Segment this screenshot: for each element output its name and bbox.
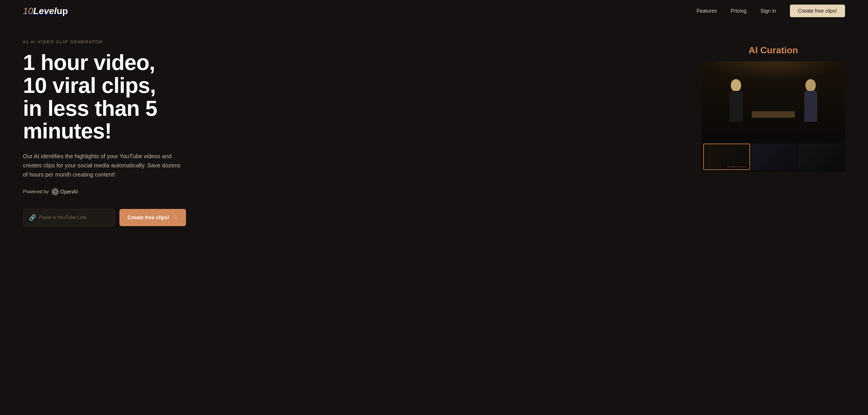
logo-level: Level (33, 6, 57, 16)
hero-description: Our AI identifies the highlights of your… (23, 151, 184, 179)
figure-left-head (731, 79, 741, 92)
hero-headline-line3: in less than 5 minutes! (23, 96, 157, 143)
video-preview: RELEVANT HIGHLIGHTS (702, 61, 845, 172)
cta-button-label: Create free clips! (127, 215, 169, 221)
arrow-right-icon: → (172, 214, 178, 221)
thumbnail-strip: RELEVANT HIGHLIGHTS (702, 142, 845, 172)
logo-number: 10 (23, 6, 33, 16)
powered-by-label: Powered by (23, 189, 49, 195)
thumbnail-3[interactable] (798, 144, 843, 170)
create-clips-button[interactable]: Create free clips! → (119, 209, 186, 226)
powered-by: Powered by OpenAI (23, 188, 229, 195)
cta-row: 🔗 Create free clips! → (23, 209, 229, 226)
hero-section: #1 AI VIDEO CLIP GENERATOR 1 hour video,… (0, 22, 868, 249)
figure-left (723, 77, 749, 122)
youtube-url-input[interactable] (39, 215, 109, 220)
figure-right-head (805, 79, 816, 92)
video-scene (702, 61, 845, 142)
openai-icon (52, 188, 59, 195)
openai-text: OpenAI (60, 189, 78, 195)
figure-right-body (804, 91, 817, 122)
thumbnail-2[interactable] (751, 144, 797, 170)
nav-features[interactable]: Features (696, 8, 717, 14)
stage-table (752, 111, 795, 118)
thumbnail-1[interactable]: RELEVANT HIGHLIGHTS (703, 144, 750, 170)
url-input-wrapper: 🔗 (23, 209, 115, 226)
thumb-bg-3 (798, 144, 843, 170)
nav-pricing[interactable]: Pricing (731, 8, 747, 14)
hero-headline-line1: 1 hour video, (23, 50, 155, 74)
hero-left: #1 AI VIDEO CLIP GENERATOR 1 hour video,… (23, 39, 229, 226)
hero-headline-line2: 10 viral clips, (23, 73, 156, 98)
hero-headline: 1 hour video, 10 viral clips, in less th… (23, 51, 229, 142)
figure-right (798, 77, 824, 122)
nav-cta-button[interactable]: Create free clips! (790, 5, 845, 17)
logo[interactable]: 10Levelup (23, 6, 68, 16)
link-icon: 🔗 (29, 214, 36, 221)
video-main (702, 61, 845, 142)
figure-left-body (730, 91, 743, 122)
openai-logo: OpenAI (52, 188, 78, 195)
navbar: 10Levelup Features Pricing Sign in Creat… (0, 0, 868, 22)
hero-badge: #1 AI VIDEO CLIP GENERATOR (23, 39, 229, 44)
highlight-badge: RELEVANT HIGHLIGHTS (726, 165, 748, 168)
nav-links: Features Pricing Sign in Create free cli… (696, 8, 845, 14)
thumb-bg-2 (751, 144, 797, 170)
logo-up: up (57, 6, 68, 16)
ai-curation-label: AI Curation (749, 45, 798, 56)
hero-right: AI Curation (702, 39, 845, 172)
nav-signin[interactable]: Sign in (761, 8, 776, 14)
